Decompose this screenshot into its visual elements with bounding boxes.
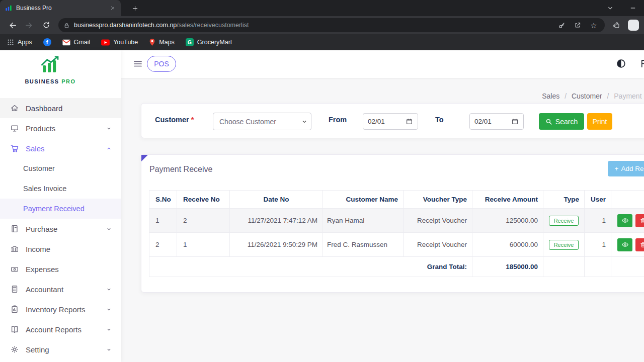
- bookmark-star-button[interactable]: ☆: [588, 19, 600, 31]
- maps-pin-icon: [149, 38, 155, 46]
- sidebar-item-purchase[interactable]: Purchase: [0, 219, 121, 239]
- sidebar-item-accountant[interactable]: Accountant: [0, 279, 121, 299]
- bookmark-grocerymart-label: GroceryMart: [197, 39, 232, 46]
- sidebar-item-income[interactable]: Income: [0, 239, 121, 259]
- lock-icon: [63, 22, 70, 29]
- breadcrumb-customer[interactable]: Customer: [572, 92, 602, 100]
- sidebar-item-setting[interactable]: Setting: [0, 339, 121, 359]
- delete-button[interactable]: [635, 214, 644, 227]
- app-logo[interactable]: BUSINESS PRO: [0, 50, 121, 98]
- cell-amount: 125000.00: [472, 209, 543, 233]
- sidebar-item-products[interactable]: Products: [0, 118, 121, 138]
- from-date-input[interactable]: 02/01: [363, 113, 418, 130]
- cell-date: 11/27/2021 7:47:12 AM: [230, 209, 323, 233]
- tab-close-icon[interactable]: [109, 4, 117, 12]
- bookmark-youtube-label: YouTube: [113, 39, 138, 46]
- eye-icon: [621, 217, 629, 224]
- sidebar-item-label: Expenses: [26, 265, 59, 274]
- pos-label: POS: [154, 60, 169, 68]
- money-icon: [10, 264, 19, 274]
- from-label: From: [329, 116, 347, 124]
- cell-customer: Ryan Hamal: [323, 209, 404, 233]
- bookmark-youtube[interactable]: YouTube: [101, 39, 138, 46]
- panel-title: Payment Receive: [149, 165, 212, 174]
- reload-button[interactable]: [39, 18, 53, 32]
- bookmark-maps-label: Maps: [159, 39, 175, 46]
- cell-date: 11/26/2021 9:50:29 PM: [230, 233, 323, 257]
- theme-toggle-button[interactable]: [616, 58, 626, 69]
- sidebar-item-label: Dashboard: [26, 104, 62, 113]
- cell-receive-no: 2: [177, 209, 230, 233]
- reload-icon: [42, 21, 50, 29]
- view-button[interactable]: [617, 214, 632, 227]
- tab-title: Business Pro: [16, 5, 105, 12]
- from-date-value: 02/01: [368, 118, 385, 125]
- sidebar-subitem-customer[interactable]: Customer: [0, 158, 121, 178]
- apps-grid-icon: [7, 39, 14, 46]
- view-button[interactable]: [617, 238, 632, 251]
- back-arrow-icon: [8, 21, 17, 30]
- extensions-button[interactable]: [610, 18, 624, 32]
- menu-toggle-button[interactable]: [133, 59, 143, 69]
- sidebar-item-label: Account Reports: [26, 325, 82, 334]
- bookmark-facebook[interactable]: f: [43, 38, 51, 46]
- bookmark-gmail[interactable]: Gmail: [62, 39, 91, 46]
- table-row: 1 2 11/27/2021 7:47:12 AM Ryan Hamal Rec…: [149, 209, 644, 233]
- sidebar-item-expenses[interactable]: Expenses: [0, 259, 121, 279]
- url-text: businesspro.darshaninfotech.com.np/sales…: [74, 22, 551, 29]
- sidebar-subitem-payment-received[interactable]: Payment Received: [0, 199, 121, 219]
- print-button[interactable]: Print: [587, 113, 612, 130]
- share-button[interactable]: [572, 19, 584, 31]
- browser-address-bar: businesspro.darshaninfotech.com.np/sales…: [0, 16, 644, 34]
- url-omnibox[interactable]: businesspro.darshaninfotech.com.np/sales…: [58, 18, 605, 32]
- customer-select[interactable]: Choose Customer: [213, 113, 311, 130]
- footer-empty-user: [585, 257, 611, 277]
- breadcrumb-separator: /: [607, 92, 609, 100]
- forward-button[interactable]: [22, 18, 36, 32]
- header-customer-name: Customer Name: [323, 191, 404, 209]
- grand-total-label: Grand Total:: [149, 257, 472, 277]
- sidebar-item-account-reports[interactable]: Account Reports: [0, 319, 121, 339]
- topbar: POS: [121, 50, 644, 78]
- sidebar-item-label: Payment Received: [23, 205, 85, 213]
- sidebar-item-label: Setting: [26, 345, 49, 354]
- tab-search-chevron-icon[interactable]: [599, 0, 621, 16]
- search-button-label: Search: [555, 118, 578, 126]
- sidebar-item-label: Accountant: [26, 285, 63, 294]
- bookmark-grocerymart[interactable]: G GroceryMart: [186, 38, 232, 46]
- puzzle-icon: [613, 21, 621, 29]
- header-user: User: [585, 191, 611, 209]
- password-key-button[interactable]: [555, 19, 568, 31]
- search-button[interactable]: Search: [539, 113, 584, 130]
- grand-total-value: 185000.00: [472, 257, 543, 277]
- home-icon: [10, 104, 19, 113]
- logo-text: BUSINESS PRO: [0, 78, 101, 84]
- profile-avatar[interactable]: [628, 20, 639, 31]
- back-button[interactable]: [5, 18, 19, 32]
- sidebar-subitem-sales-invoice[interactable]: Sales Invoice: [0, 178, 121, 199]
- bookmark-apps-label: Apps: [18, 39, 32, 46]
- browser-tab[interactable]: Business Pro: [0, 0, 121, 16]
- to-date-input[interactable]: 02/01: [469, 113, 524, 130]
- pos-button[interactable]: POS: [147, 56, 176, 72]
- breadcrumb-sales[interactable]: Sales: [542, 92, 559, 100]
- sidebar-item-inventory-reports[interactable]: Inventory Reports: [0, 299, 121, 319]
- sidebar-item-label: Income: [26, 245, 50, 253]
- key-icon: [558, 22, 566, 29]
- cell-actions: [611, 233, 644, 257]
- language-flag-button[interactable]: [639, 58, 644, 69]
- footer-empty-actions: [611, 257, 644, 277]
- sidebar-item-sales[interactable]: Sales: [0, 138, 121, 158]
- bookmark-apps[interactable]: Apps: [7, 39, 32, 46]
- cell-voucher-type: Receipt Voucher: [404, 209, 472, 233]
- window-minimize-button[interactable]: [621, 0, 644, 16]
- cell-type: Receive: [543, 209, 585, 233]
- bookmark-maps[interactable]: Maps: [149, 38, 175, 46]
- sidebar-item-dashboard[interactable]: Dashboard: [0, 98, 121, 118]
- print-button-label: Print: [593, 118, 607, 126]
- delete-button[interactable]: [635, 238, 644, 251]
- add-receive-button[interactable]: + Add Receive: [608, 161, 644, 176]
- chevron-up-icon: [106, 146, 112, 151]
- breadcrumb: Sales / Customer / Payment Receive: [542, 92, 644, 100]
- new-tab-button[interactable]: [128, 1, 142, 15]
